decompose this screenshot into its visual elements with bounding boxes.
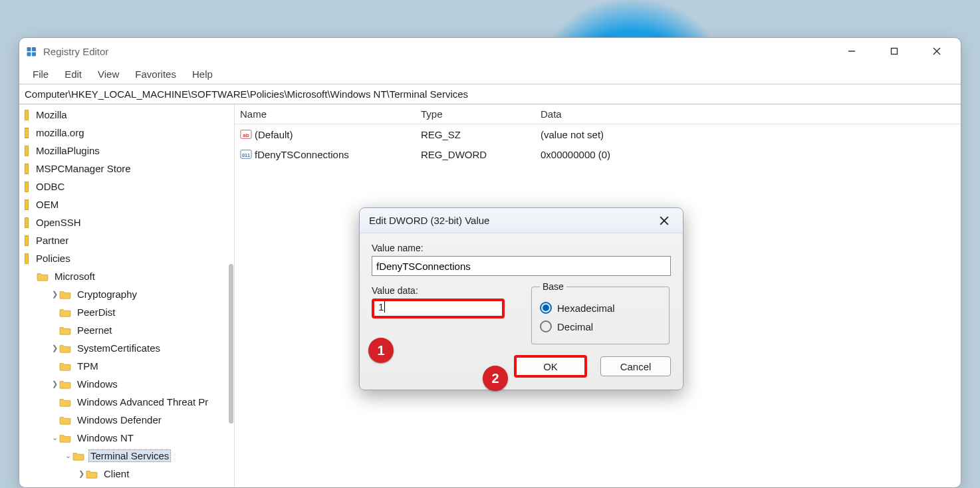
tree-item-systemcertificates[interactable]: ❯SystemCertificates <box>19 339 234 357</box>
address-bar[interactable]: Computer\HKEY_LOCAL_MACHINE\SOFTWARE\Pol… <box>19 84 961 104</box>
menu-file[interactable]: File <box>25 66 57 82</box>
tree-item-microsoft[interactable]: Microsoft <box>19 267 234 285</box>
base-label: Base <box>540 281 566 292</box>
tree-item-cryptography[interactable]: ❯Cryptography <box>19 285 234 303</box>
value-data-input[interactable]: 1 <box>372 299 505 318</box>
titlebar[interactable]: Registry Editor <box>19 38 961 64</box>
window-title: Registry Editor <box>43 46 108 57</box>
menu-edit[interactable]: Edit <box>57 66 90 82</box>
desktop-background-swirl <box>492 0 771 40</box>
folder-icon <box>59 433 71 443</box>
tree-item-windows[interactable]: ❯Windows <box>19 375 234 393</box>
value-data-label: Value data: <box>372 285 511 296</box>
svg-text:011: 011 <box>242 152 250 158</box>
base-group: Base Hexadecimal Decimal <box>531 281 670 344</box>
chevron-down-icon[interactable]: ⌄ <box>63 451 72 460</box>
svg-text:ab: ab <box>243 132 249 138</box>
maximize-button[interactable] <box>873 38 916 64</box>
tree-item-peerdist[interactable]: PeerDist <box>19 303 234 321</box>
folder-icon <box>25 235 29 246</box>
menu-favorites[interactable]: Favorites <box>127 66 184 82</box>
scrollbar-thumb[interactable] <box>229 264 233 424</box>
value-data: (value not set) <box>535 129 961 140</box>
list-row[interactable]: ab (Default) REG_SZ (value not set) <box>235 124 961 144</box>
chevron-right-icon[interactable]: ❯ <box>76 469 86 478</box>
folder-icon <box>59 380 71 389</box>
menu-view[interactable]: View <box>90 66 127 82</box>
tree-item-oem[interactable]: OEM <box>19 195 234 213</box>
col-data[interactable]: Data <box>535 108 961 120</box>
tree-pane[interactable]: Mozilla mozilla.org MozillaPlugins MSPCM… <box>19 104 235 487</box>
value-name-input[interactable] <box>372 256 671 276</box>
folder-icon <box>37 272 49 281</box>
value-type: REG_SZ <box>416 129 535 140</box>
annotation-callout-1: 1 <box>368 338 394 363</box>
tree-item-terminal-services[interactable]: ⌄Terminal Services <box>19 447 234 465</box>
tree-item-mozillaplugins[interactable]: MozillaPlugins <box>19 142 234 160</box>
folder-icon <box>59 308 71 317</box>
folder-icon <box>25 253 29 264</box>
col-type[interactable]: Type <box>416 108 535 120</box>
list-row[interactable]: 011 fDenyTSConnections REG_DWORD 0x00000… <box>235 144 961 164</box>
radio-icon <box>540 320 552 332</box>
tree-item-watp[interactable]: Windows Advanced Threat Pr <box>19 393 234 411</box>
col-name[interactable]: Name <box>235 108 416 120</box>
cancel-button[interactable]: Cancel <box>600 356 671 376</box>
value-name: (Default) <box>255 129 293 140</box>
folder-icon <box>86 469 98 479</box>
tree-item-partner[interactable]: Partner <box>19 231 234 249</box>
tree-item-openssh[interactable]: OpenSSH <box>19 213 234 231</box>
folder-icon <box>25 199 29 210</box>
annotation-callout-2: 2 <box>483 366 508 391</box>
svg-rect-1 <box>32 47 36 51</box>
tree-item-mozilla[interactable]: Mozilla <box>19 106 234 124</box>
folder-icon <box>25 217 29 228</box>
dialog-titlebar[interactable]: Edit DWORD (32-bit) Value <box>360 208 683 233</box>
tree-item-odbc[interactable]: ODBC <box>19 178 234 195</box>
tree-item-defender[interactable]: Windows Defender <box>19 411 234 429</box>
dialog-title: Edit DWORD (32-bit) Value <box>369 215 489 226</box>
svg-rect-2 <box>27 53 31 57</box>
value-name: fDenyTSConnections <box>255 149 349 160</box>
tree-item-mspcmanager[interactable]: MSPCManager Store <box>19 160 234 178</box>
folder-icon <box>25 164 29 174</box>
app-icon <box>26 45 38 57</box>
tree-item-peernet[interactable]: Peernet <box>19 321 234 339</box>
value-data: 0x00000000 (0) <box>535 149 961 160</box>
menubar: File Edit View Favorites Help <box>19 64 961 84</box>
folder-icon <box>59 326 71 335</box>
folder-icon <box>59 362 71 371</box>
chevron-down-icon[interactable]: ⌄ <box>50 433 59 442</box>
radio-hexadecimal[interactable]: Hexadecimal <box>540 299 661 317</box>
folder-icon <box>59 290 71 299</box>
ok-button[interactable]: OK <box>514 355 587 378</box>
radio-decimal[interactable]: Decimal <box>540 317 661 336</box>
folder-icon <box>72 451 84 461</box>
folder-icon <box>59 416 71 425</box>
edit-dword-dialog: Edit DWORD (32-bit) Value Value name: Va… <box>359 207 683 390</box>
folder-icon <box>25 128 29 138</box>
tree-item-mozillaorg[interactable]: mozilla.org <box>19 124 234 142</box>
menu-help[interactable]: Help <box>184 66 221 82</box>
folder-icon <box>59 344 71 353</box>
address-path: Computer\HKEY_LOCAL_MACHINE\SOFTWARE\Pol… <box>25 88 468 100</box>
minimize-button[interactable] <box>830 38 873 64</box>
tree-item-windowsnt[interactable]: ⌄Windows NT <box>19 429 234 447</box>
dialog-close-button[interactable] <box>655 211 674 230</box>
svg-rect-5 <box>892 49 898 55</box>
chevron-right-icon[interactable]: ❯ <box>50 380 59 388</box>
tree-item-client[interactable]: ❯Client <box>19 465 234 483</box>
close-button[interactable] <box>916 38 958 64</box>
value-type: REG_DWORD <box>416 149 535 160</box>
tree-item-tpm[interactable]: TPM <box>19 357 234 375</box>
svg-rect-3 <box>32 53 36 57</box>
chevron-right-icon[interactable]: ❯ <box>50 290 59 299</box>
chevron-right-icon[interactable]: ❯ <box>50 344 59 352</box>
tree-item-policies[interactable]: Policies <box>19 249 234 267</box>
radio-icon <box>540 302 552 314</box>
list-header[interactable]: Name Type Data <box>235 104 961 124</box>
value-name-label: Value name: <box>372 243 671 253</box>
folder-icon <box>59 398 71 407</box>
folder-icon <box>25 146 29 156</box>
folder-icon <box>25 110 29 120</box>
